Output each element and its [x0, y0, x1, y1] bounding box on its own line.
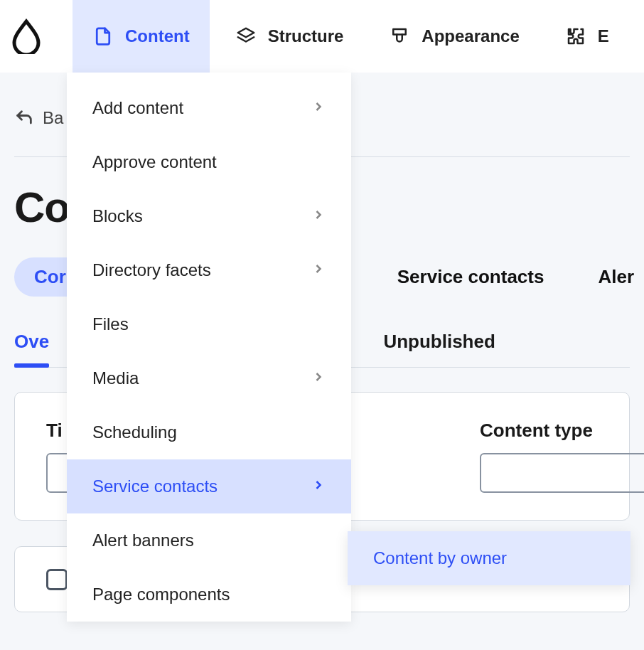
- content-type-select[interactable]: [480, 453, 644, 493]
- chevron-right-icon: [311, 368, 326, 388]
- back-label: Ba: [43, 108, 63, 128]
- menu-label: Media: [92, 368, 139, 388]
- chevron-right-icon: [311, 98, 326, 118]
- subtab-unpublished[interactable]: Unpublished: [383, 331, 495, 367]
- menu-page-components[interactable]: Page components: [67, 568, 351, 622]
- filter-type-label: Content type: [480, 420, 644, 442]
- select-all-checkbox[interactable]: [46, 569, 68, 590]
- menu-label: Blocks: [92, 206, 143, 226]
- menu-directory-facets[interactable]: Directory facets: [67, 243, 351, 297]
- toolbar-content[interactable]: Content: [73, 0, 210, 73]
- menu-label: Files: [92, 314, 129, 334]
- toolbar-label: E: [598, 26, 609, 46]
- menu-media[interactable]: Media: [67, 351, 351, 405]
- chevron-right-icon: [311, 260, 326, 280]
- menu-blocks[interactable]: Blocks: [67, 189, 351, 243]
- puzzle-icon: [565, 26, 586, 47]
- chevron-right-icon: [311, 476, 326, 496]
- submenu-label: Content by owner: [373, 548, 507, 568]
- toolbar-label: Appearance: [422, 26, 519, 46]
- toolbar-structure[interactable]: Structure: [215, 0, 364, 73]
- subtab-overview[interactable]: Ove: [14, 331, 49, 367]
- menu-files[interactable]: Files: [67, 297, 351, 351]
- submenu-content-by-owner[interactable]: Content by owner: [348, 531, 630, 585]
- menu-label: Alert banners: [92, 531, 194, 550]
- brush-icon: [389, 26, 410, 47]
- admin-toolbar: Content Structure Appearance E: [0, 0, 644, 73]
- return-arrow-icon: [14, 108, 34, 128]
- menu-label: Service contacts: [92, 476, 218, 496]
- chevron-right-icon: [311, 206, 326, 226]
- menu-label: Approve content: [92, 152, 217, 172]
- pill-alert-banners[interactable]: Aler: [578, 257, 644, 297]
- toolbar-appearance[interactable]: Appearance: [369, 0, 539, 73]
- pill-service-contacts[interactable]: Service contacts: [377, 257, 564, 297]
- content-dropdown: Add content Approve content Blocks Direc…: [67, 73, 351, 622]
- menu-label: Add content: [92, 98, 183, 118]
- menu-approve-content[interactable]: Approve content: [67, 135, 351, 189]
- menu-scheduling[interactable]: Scheduling: [67, 405, 351, 459]
- layers-icon: [235, 26, 257, 47]
- menu-label: Directory facets: [92, 260, 211, 280]
- toolbar-label: Content: [125, 26, 190, 46]
- toolbar-extend[interactable]: E: [545, 0, 629, 73]
- toolbar-label: Structure: [268, 26, 344, 46]
- menu-add-content[interactable]: Add content: [67, 81, 351, 135]
- document-icon: [92, 26, 114, 47]
- menu-label: Scheduling: [92, 422, 177, 442]
- site-logo[interactable]: [11, 18, 67, 54]
- menu-service-contacts[interactable]: Service contacts: [67, 459, 351, 513]
- menu-label: Page components: [92, 585, 230, 604]
- menu-alert-banners[interactable]: Alert banners: [67, 513, 351, 568]
- filter-content-type: Content type: [480, 420, 644, 493]
